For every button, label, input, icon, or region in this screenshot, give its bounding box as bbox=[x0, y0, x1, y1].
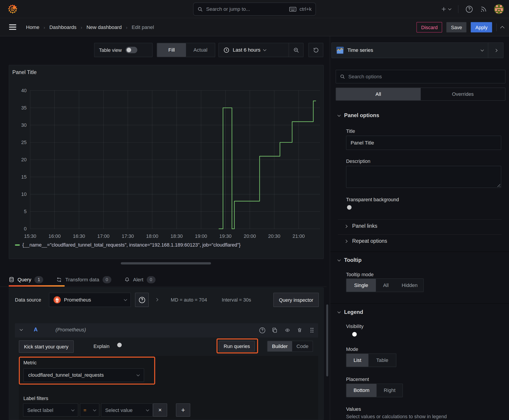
query-count-badge: 1 bbox=[35, 276, 43, 283]
refresh-button[interactable] bbox=[308, 43, 323, 57]
run-queries-button[interactable]: Run queries bbox=[219, 341, 255, 352]
datasource-picker[interactable]: Prometheus bbox=[49, 293, 131, 307]
panel-title[interactable]: Panel Title bbox=[12, 69, 37, 75]
explain-label: Explain bbox=[94, 343, 109, 349]
search-icon bbox=[197, 6, 203, 12]
tooltip-mode-single[interactable]: Single bbox=[346, 279, 376, 292]
query-editor-panel: Data source Prometheus MD = auto = 704 I… bbox=[9, 288, 324, 420]
apply-button[interactable]: Apply bbox=[471, 22, 492, 32]
legend-mode-list[interactable]: List bbox=[346, 354, 369, 367]
viz-type-label: Time series bbox=[347, 47, 478, 53]
database-icon bbox=[9, 276, 14, 283]
user-avatar[interactable] bbox=[494, 4, 504, 14]
select-value-dropdown[interactable]: Select value bbox=[101, 403, 153, 417]
svg-text:25: 25 bbox=[21, 140, 26, 145]
zoom-out-button[interactable] bbox=[289, 43, 303, 57]
svg-text:5: 5 bbox=[24, 209, 27, 214]
toggle-viz-pane-button[interactable] bbox=[488, 43, 503, 58]
grafana-logo-icon[interactable] bbox=[8, 4, 17, 15]
actual-option[interactable]: Actual bbox=[186, 43, 215, 57]
query-stats-interval: Interval = 30s bbox=[222, 297, 251, 302]
collapse-header-button[interactable] bbox=[500, 26, 504, 30]
tab-all[interactable]: All bbox=[336, 88, 421, 100]
operator-value: = bbox=[84, 407, 94, 413]
global-search-input[interactable]: Search or jump to... ctrl+k bbox=[193, 3, 316, 16]
drag-query-handle-icon[interactable] bbox=[310, 327, 314, 333]
section-tooltip[interactable]: Tooltip bbox=[338, 257, 362, 263]
legend-placement-bottom[interactable]: Bottom bbox=[346, 384, 377, 397]
datasource-help-button[interactable] bbox=[135, 293, 149, 307]
legend-series-label[interactable]: {__name__="cloudflared_tunnel_total_requ… bbox=[23, 242, 241, 248]
svg-text:15:30: 15:30 bbox=[24, 233, 36, 239]
breadcrumb-home[interactable]: Home bbox=[26, 24, 39, 30]
breadcrumb-dashboards[interactable]: Dashboards bbox=[49, 24, 76, 30]
title-label: Title bbox=[346, 128, 355, 134]
metric-select[interactable]: cloudflared_tunnel_total_requests bbox=[23, 368, 144, 382]
section-panel-links[interactable]: Panel links bbox=[345, 223, 377, 229]
query-help-icon[interactable] bbox=[259, 327, 266, 334]
left-scrollbar-thumb[interactable] bbox=[326, 304, 328, 376]
legend-mode-segmented: List Table bbox=[346, 353, 396, 367]
save-button[interactable]: Save bbox=[446, 22, 467, 32]
delete-query-trash-icon[interactable] bbox=[297, 327, 302, 333]
prometheus-icon bbox=[53, 296, 61, 304]
section-panel-options[interactable]: Panel options bbox=[338, 112, 379, 118]
time-range-picker[interactable]: Last 6 hours bbox=[219, 47, 289, 53]
code-option[interactable]: Code bbox=[292, 341, 313, 351]
tab-alert-label: Alert bbox=[133, 277, 144, 283]
tab-overrides[interactable]: Overrides bbox=[421, 88, 505, 100]
tab-alert[interactable]: Alert 0 bbox=[124, 273, 156, 286]
fill-option[interactable]: Fill bbox=[157, 43, 186, 57]
expand-stats-chevron[interactable] bbox=[155, 298, 158, 301]
time-range-label: Last 6 hours bbox=[233, 47, 260, 53]
tab-query[interactable]: Query 1 bbox=[9, 273, 43, 286]
panel-title-input[interactable] bbox=[346, 136, 501, 150]
add-button[interactable] bbox=[441, 6, 451, 12]
active-tab-underline bbox=[9, 285, 65, 286]
svg-text:20: 20 bbox=[21, 157, 26, 162]
menu-toggle-button[interactable] bbox=[9, 24, 16, 30]
legend-placement-right[interactable]: Right bbox=[377, 384, 403, 397]
tab-transform-data[interactable]: Transform data 0 bbox=[56, 273, 111, 286]
legend-placement-segmented: Bottom Right bbox=[346, 384, 403, 397]
panel-resize-handle[interactable] bbox=[121, 262, 211, 264]
chevron-down-icon bbox=[146, 408, 149, 411]
builder-option[interactable]: Builder bbox=[267, 341, 292, 351]
legend-placement-label: Placement bbox=[346, 376, 369, 382]
hide-query-eye-icon[interactable] bbox=[284, 328, 290, 333]
tooltip-mode-label: Tooltip mode bbox=[346, 272, 374, 277]
tab-query-label: Query bbox=[17, 277, 31, 283]
svg-text:20:00: 20:00 bbox=[244, 233, 256, 239]
chart-legend: {__name__="cloudflared_tunnel_total_requ… bbox=[15, 242, 241, 248]
help-button[interactable] bbox=[465, 5, 473, 13]
legend-mode-table[interactable]: Table bbox=[369, 354, 396, 367]
search-options-input[interactable]: Search options bbox=[336, 70, 505, 83]
breadcrumb-new-dashboard[interactable]: New dashboard bbox=[86, 24, 122, 30]
duplicate-query-icon[interactable] bbox=[272, 327, 278, 333]
tooltip-mode-all[interactable]: All bbox=[376, 279, 396, 292]
section-legend[interactable]: Legend bbox=[338, 309, 363, 315]
news-rss-button[interactable] bbox=[480, 6, 487, 12]
tooltip-mode-hidden[interactable]: Hidden bbox=[396, 279, 424, 292]
discard-button[interactable]: Discard bbox=[417, 22, 442, 32]
collapse-query-chevron[interactable] bbox=[20, 328, 23, 331]
remove-filter-button[interactable]: × bbox=[153, 403, 167, 417]
chevron-down-icon bbox=[481, 48, 484, 51]
legend-swatch bbox=[15, 244, 20, 246]
description-textarea[interactable] bbox=[346, 166, 501, 188]
options-tabs: All Overrides bbox=[336, 88, 505, 101]
transform-count-badge: 0 bbox=[103, 276, 111, 283]
operator-dropdown[interactable]: = bbox=[80, 403, 99, 417]
table-view-toggle[interactable] bbox=[126, 47, 137, 53]
builder-code-segmented: Builder Code bbox=[267, 341, 313, 352]
search-icon bbox=[340, 74, 345, 79]
query-inspector-button[interactable]: Query inspector bbox=[273, 293, 319, 307]
select-label-dropdown[interactable]: Select label bbox=[23, 403, 78, 417]
query-row-header[interactable]: A (Prometheus) bbox=[15, 323, 318, 338]
viz-picker[interactable]: Time series bbox=[332, 43, 488, 58]
section-repeat-options[interactable]: Repeat options bbox=[345, 238, 387, 244]
kick-start-query-button[interactable]: Kick start your query bbox=[19, 340, 74, 353]
add-filter-button[interactable]: + bbox=[176, 403, 190, 417]
svg-text:19:30: 19:30 bbox=[219, 233, 231, 239]
svg-text:15: 15 bbox=[21, 174, 26, 180]
